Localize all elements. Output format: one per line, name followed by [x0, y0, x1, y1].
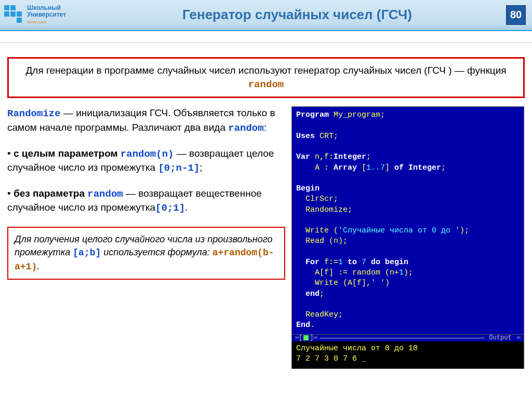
c-l17f: f	[357, 279, 362, 287]
c-l17g: ]	[362, 279, 366, 287]
c-l13c: (	[324, 237, 334, 245]
para-random-real: • без параметра random — возвращает веще…	[7, 187, 285, 215]
c-l12d: 'Случайные числа от 0 до '	[338, 226, 460, 235]
c-l6f: 1..7	[366, 163, 385, 172]
logo-line1: Школьный	[27, 4, 61, 11]
range-0-n1: [0;n-1]	[158, 162, 200, 174]
formula-box: Для получения целого случайного числа из…	[7, 227, 285, 280]
formula-range: [a;b]	[73, 248, 101, 258]
c-l5f: Integer	[334, 153, 366, 161]
c-l16k: 1	[399, 268, 404, 277]
c-l1b: My_program	[334, 111, 380, 119]
logo-line2: Университет	[27, 11, 66, 18]
c-l9c: ;	[334, 195, 338, 203]
c-l16c: [	[320, 268, 324, 277]
c-l10a	[296, 205, 305, 214]
intro-box: Для генерации в программе случайных чисе…	[7, 57, 525, 98]
c-l17e: [	[352, 279, 357, 287]
p2-end: ;	[200, 162, 202, 173]
c-l17c: (	[338, 279, 348, 287]
c-l17b: Write	[315, 279, 338, 287]
out-line1: Случайные числа от 0 до 10	[296, 344, 418, 353]
c-l1c: ;	[380, 111, 385, 119]
c-l20a	[296, 310, 305, 319]
ide-window: Program My_program; Uses CRT; Var n,f:In…	[291, 106, 524, 369]
c-l6j: ;	[441, 163, 446, 172]
c-l12b: Write	[305, 226, 329, 235]
c-l9b: ClrScr	[305, 195, 334, 203]
c-l21b: .	[310, 321, 315, 330]
c-l6i: Integer	[408, 163, 441, 172]
output-panel: Случайные числа от 0 до 10 7 2 7 3 0 7 6…	[292, 341, 524, 369]
c-l1a: Program	[296, 111, 334, 119]
c-l15b: For	[305, 258, 324, 267]
c-l15d: :=	[329, 258, 338, 267]
p3-bullet: •	[7, 188, 14, 199]
c-l13a	[296, 237, 305, 245]
c-l5a: Var	[296, 153, 315, 161]
intro-kw-random: random	[248, 79, 284, 90]
c-l20b: ReadKey	[305, 310, 338, 319]
header-swoosh	[0, 30, 532, 43]
p2-bold: с целым параметром	[14, 148, 121, 159]
c-l17a	[296, 279, 315, 287]
c-l17j: )	[385, 279, 390, 287]
c-l18b: end	[305, 290, 320, 298]
range-0-1: [0;1]	[155, 202, 185, 214]
c-l13e: );	[338, 237, 348, 245]
c-l16j: +	[394, 268, 399, 277]
para-random-int: • с целым параметром random(n) — возвращ…	[7, 147, 285, 175]
c-l17d: A	[348, 279, 352, 287]
c-l10b: Randomize	[305, 205, 348, 214]
c-l6e: [	[362, 163, 366, 172]
c-l3b: CRT	[320, 132, 334, 141]
c-l13d: n	[334, 237, 338, 245]
c-l5b: n	[315, 153, 320, 161]
c-l5d: f	[324, 153, 329, 161]
c-l6h: of	[390, 163, 408, 172]
c-l20c: ;	[338, 310, 343, 319]
c-l16e: ]	[329, 268, 334, 277]
p3-bold: без параметра	[14, 188, 87, 199]
c-l8: Begin	[296, 184, 320, 193]
c-l16b: A	[315, 268, 320, 277]
para-randomize: Randomize — инициализация ГСЧ. Объявляет…	[7, 106, 285, 135]
c-l17h: ,	[366, 279, 371, 287]
c-l15e: 1	[338, 258, 343, 267]
c-l18a	[296, 290, 305, 298]
code-column: Program My_program; Uses CRT; Var n,f:In…	[291, 106, 525, 369]
output-label: Output	[487, 334, 513, 342]
c-l15g: 7	[362, 258, 366, 267]
c-l3c: ;	[334, 132, 338, 141]
out-line2: 7 2 7 3 0 7 6	[296, 354, 362, 363]
p1-end: :	[264, 122, 267, 133]
c-l16l: );	[404, 268, 413, 277]
slide-header: Школьный Университет idrom.com Генератор…	[0, 0, 532, 30]
c-l6d: Array	[334, 163, 362, 172]
c-l15c: f	[324, 258, 329, 267]
c-l12e: );	[460, 226, 469, 235]
explanation-column: Randomize — инициализация ГСЧ. Объявляет…	[7, 106, 285, 369]
c-l5c: ,	[320, 153, 324, 161]
logo-icon	[4, 5, 24, 25]
c-l16h: (	[380, 268, 390, 277]
c-l6b: A	[315, 163, 320, 172]
kw-random-inline: random	[228, 122, 263, 134]
c-l15h: do begin	[366, 258, 408, 267]
cursor-icon: _	[362, 354, 366, 363]
output-divider: ═[]═ Output ═	[292, 334, 524, 341]
logo-text: Школьный Университет idrom.com	[27, 5, 66, 25]
c-l17i: ' '	[371, 279, 385, 287]
c-l6a	[296, 163, 315, 172]
c-l6c: :	[320, 163, 334, 172]
kw-random-noarg: random	[87, 188, 123, 200]
c-l3a: Uses	[296, 132, 320, 141]
c-l12c: (	[329, 226, 338, 235]
c-l16i: n	[390, 268, 394, 277]
kw-randomize: Randomize	[7, 108, 61, 119]
c-l15f: to	[343, 258, 362, 267]
c-l16f: :=	[334, 268, 352, 277]
formula-end: .	[37, 261, 39, 271]
c-l5e: :	[329, 153, 334, 161]
c-l16a	[296, 268, 315, 277]
